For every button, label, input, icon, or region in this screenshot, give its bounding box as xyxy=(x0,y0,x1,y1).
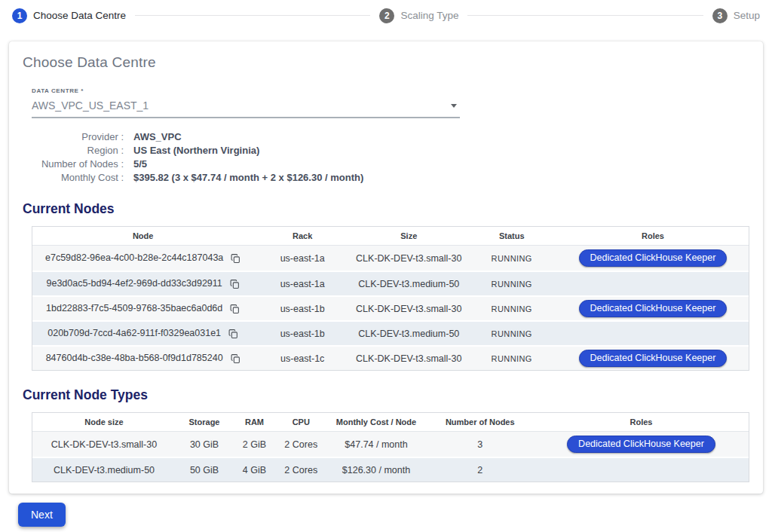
roles-cell: Dedicated ClickHouse Keeper xyxy=(534,432,749,457)
detail-region: Region : US East (Northern Virginia) xyxy=(23,144,749,157)
detail-monthly-cost: Monthly Cost : $395.82 (3 x $47.74 / mon… xyxy=(23,171,749,185)
table-header-row: Node size Storage RAM CPU Monthly Cost /… xyxy=(32,413,749,432)
data-centre-selected-value: AWS_VPC_US_EAST_1 xyxy=(32,99,149,112)
node-id: 84760d4b-c38e-48ba-b568-0f9d1d785240 xyxy=(46,353,223,363)
cpu-cell: 2 Cores xyxy=(276,432,326,457)
table-header-row: Node Rack Size Status Roles xyxy=(32,227,749,246)
node-id-cell: 9e3d0ac5-bd94-4ef2-969d-dd33c3d92911 xyxy=(32,271,253,295)
node-id-cell: 1bd22883-f7c5-4509-9768-35baec6a0d6d xyxy=(32,295,253,320)
node-id: 1bd22883-f7c5-4509-9768-35baec6a0d6d xyxy=(46,303,222,313)
ram-cell: 4 GiB xyxy=(233,457,276,482)
copy-icon[interactable] xyxy=(228,329,238,339)
number-of-nodes-cell: 2 xyxy=(427,457,535,482)
column-header-roles: Roles xyxy=(557,227,749,246)
dedicated-clickhouse-keeper-button[interactable]: Dedicated ClickHouse Keeper xyxy=(579,300,728,317)
status-badge: RUNNING xyxy=(492,354,532,363)
wizard-stepper: 1 Choose Data Centre 2 Scaling Type 3 Se… xyxy=(0,0,772,29)
column-header-roles: Roles xyxy=(534,413,749,432)
table-row: 9e3d0ac5-bd94-4ef2-969d-dd33c3d92911 us-… xyxy=(32,271,749,295)
rack-cell: us-east-1b xyxy=(253,320,351,345)
step-2-circle: 2 xyxy=(379,8,394,23)
rack-cell: us-east-1b xyxy=(253,295,351,320)
table-row: e7c59d82-96ea-4c00-b28e-2c44c187043a us-… xyxy=(32,246,749,271)
size-cell: CLK-DK-DEV-t3.small-30 xyxy=(351,246,466,271)
copy-icon[interactable] xyxy=(231,253,240,264)
node-id: 020b709d-7ccd-4a62-911f-f0329ea031e1 xyxy=(47,328,221,338)
step-3-label: Setup xyxy=(734,10,760,21)
current-nodes-table: Node Rack Size Status Roles e7c59d82-96e… xyxy=(32,226,749,371)
column-header-storage: Storage xyxy=(176,413,233,432)
status-cell: RUNNING xyxy=(466,320,557,345)
table-row: CLK-DEV-t3.medium-50 50 GiB 4 GiB 2 Core… xyxy=(32,457,749,482)
roles-cell: Dedicated ClickHouse Keeper xyxy=(557,295,749,320)
roles-cell xyxy=(534,457,749,482)
next-button[interactable]: Next xyxy=(18,503,66,527)
status-badge: RUNNING xyxy=(492,254,532,263)
status-badge: RUNNING xyxy=(492,329,532,338)
status-cell: RUNNING xyxy=(466,246,557,271)
choose-data-centre-card: Choose Data Centre DATA CENTRE * AWS_VPC… xyxy=(9,41,763,494)
step-3-circle: 3 xyxy=(712,8,728,23)
dedicated-clickhouse-keeper-button[interactable]: Dedicated ClickHouse Keeper xyxy=(579,350,728,367)
chevron-down-icon xyxy=(451,104,457,108)
table-row: 1bd22883-f7c5-4509-9768-35baec6a0d6d us-… xyxy=(32,295,749,320)
step-setup[interactable]: 3 Setup xyxy=(712,8,760,23)
storage-cell: 50 GiB xyxy=(176,457,233,482)
table-row: CLK-DK-DEV-t3.small-30 30 GiB 2 GiB 2 Co… xyxy=(32,432,749,457)
storage-cell: 30 GiB xyxy=(176,432,233,457)
column-header-size: Size xyxy=(351,227,466,246)
column-header-rack: Rack xyxy=(253,227,351,246)
column-header-monthly-cost: Monthly Cost / Node xyxy=(326,413,427,432)
step-2-label: Scaling Type xyxy=(400,10,458,21)
node-id: 9e3d0ac5-bd94-4ef2-969d-dd33c3d92911 xyxy=(46,278,222,289)
page-title: Choose Data Centre xyxy=(23,54,749,71)
node-size-cell: CLK-DEV-t3.medium-50 xyxy=(32,457,176,482)
current-node-types-heading: Current Node Types xyxy=(23,387,749,403)
detail-value: $395.82 (3 x $47.74 / month + 2 x $126.3… xyxy=(133,171,363,185)
status-cell: RUNNING xyxy=(466,271,557,295)
detail-label: Region : xyxy=(23,144,124,157)
rack-cell: us-east-1c xyxy=(253,345,351,370)
rack-cell: us-east-1a xyxy=(253,246,351,271)
detail-value: US East (Northern Virginia) xyxy=(133,144,259,157)
size-cell: CLK-DEV-t3.medium-50 xyxy=(351,320,466,345)
detail-provider: Provider : AWS_VPC xyxy=(23,130,749,144)
detail-value: 5/5 xyxy=(133,157,147,171)
step-choose-data-centre[interactable]: 1 Choose Data Centre xyxy=(12,8,126,23)
detail-label: Number of Nodes : xyxy=(23,157,124,171)
column-header-node: Node xyxy=(32,227,253,246)
column-header-status: Status xyxy=(466,227,557,246)
detail-label: Monthly Cost : xyxy=(23,171,124,185)
status-badge: RUNNING xyxy=(492,304,532,313)
column-header-number-of-nodes: Number of Nodes xyxy=(427,413,535,432)
column-header-ram: RAM xyxy=(233,413,276,432)
dedicated-clickhouse-keeper-button[interactable]: Dedicated ClickHouse Keeper xyxy=(567,436,715,453)
node-id: e7c59d82-96ea-4c00-b28e-2c44c187043a xyxy=(45,252,223,263)
column-header-node-size: Node size xyxy=(32,413,176,432)
ram-cell: 2 GiB xyxy=(233,432,276,457)
cpu-cell: 2 Cores xyxy=(276,457,326,482)
table-row: 020b709d-7ccd-4a62-911f-f0329ea031e1 us-… xyxy=(32,320,749,345)
node-id-cell: e7c59d82-96ea-4c00-b28e-2c44c187043a xyxy=(32,246,253,271)
data-centre-form-group: DATA CENTRE * AWS_VPC_US_EAST_1 xyxy=(32,87,460,118)
size-cell: CLK-DEV-t3.medium-50 xyxy=(351,271,466,295)
copy-icon[interactable] xyxy=(230,304,240,314)
data-centre-label: DATA CENTRE * xyxy=(32,87,460,94)
roles-cell: Dedicated ClickHouse Keeper xyxy=(557,345,749,370)
status-badge: RUNNING xyxy=(492,280,532,289)
rack-cell: us-east-1a xyxy=(253,271,351,295)
copy-icon[interactable] xyxy=(230,279,240,289)
roles-cell xyxy=(557,271,749,295)
data-centre-select[interactable]: AWS_VPC_US_EAST_1 xyxy=(32,94,460,118)
dedicated-clickhouse-keeper-button[interactable]: Dedicated ClickHouse Keeper xyxy=(579,249,728,267)
roles-cell: Dedicated ClickHouse Keeper xyxy=(557,246,749,271)
roles-cell xyxy=(557,320,749,345)
column-header-cpu: CPU xyxy=(276,413,326,432)
current-nodes-heading: Current Nodes xyxy=(23,201,749,217)
step-1-circle: 1 xyxy=(12,8,27,23)
size-cell: CLK-DK-DEV-t3.small-30 xyxy=(351,345,466,370)
monthly-cost-cell: $47.74 / month xyxy=(326,432,427,457)
step-scaling-type[interactable]: 2 Scaling Type xyxy=(379,8,458,23)
status-cell: RUNNING xyxy=(466,295,557,320)
copy-icon[interactable] xyxy=(231,353,240,364)
